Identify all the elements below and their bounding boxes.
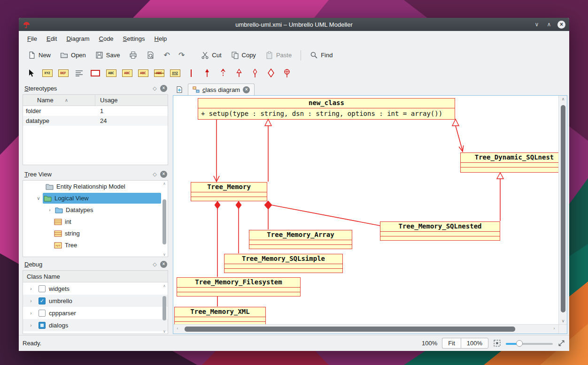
expander-closed-icon[interactable]: › — [27, 311, 35, 316]
paste-button[interactable]: Paste — [262, 49, 295, 61]
scroll-up-icon[interactable]: ∧ — [559, 97, 567, 101]
tree-scrollbar-handle[interactable] — [162, 199, 166, 244]
tree-item-tree[interactable]: xyz Tree — [23, 239, 168, 251]
tree-item-int[interactable]: int — [23, 216, 168, 228]
note-tool[interactable]: ABC — [105, 67, 117, 79]
slider-handle[interactable] — [516, 340, 523, 347]
directed-association-tool[interactable] — [201, 67, 213, 79]
expand-view-icon[interactable] — [557, 339, 565, 347]
scroll-down-icon[interactable]: ∨ — [162, 252, 167, 257]
dependency-tool[interactable] — [217, 67, 229, 79]
object-tool[interactable]: XYZ — [169, 67, 181, 79]
close-icon[interactable]: × — [557, 21, 565, 29]
scroll-left-icon[interactable]: ‹ — [173, 326, 182, 331]
tree-scrollbar[interactable]: ∧ ∨ — [162, 182, 167, 257]
find-button[interactable]: Find — [307, 49, 336, 61]
diagram-viewport[interactable]: new_class + setup(type : string, dsn : s… — [173, 96, 558, 324]
stereotype-row-datatype[interactable]: datatype 24 — [23, 116, 168, 126]
uml-class-tree-memory-array[interactable]: Tree_Memory_Array — [249, 230, 352, 249]
containment-tool[interactable] — [281, 67, 293, 79]
close-dock-icon[interactable]: × — [160, 261, 167, 268]
uml-class-tree-memory[interactable]: Tree_Memory — [191, 182, 267, 201]
class-tool[interactable]: XYZ — [41, 67, 53, 79]
widgets-checkbox[interactable] — [39, 285, 46, 292]
datatype-tool[interactable]: ABC — [137, 67, 149, 79]
box-tool[interactable] — [89, 67, 101, 79]
menu-file[interactable]: File — [23, 33, 42, 45]
vertical-scrollbar-handle[interactable] — [561, 105, 565, 312]
debug-scrollbar[interactable]: ∧ ∨ — [162, 284, 167, 334]
column-header-name[interactable]: Name ∧ — [23, 95, 95, 106]
interface-tool[interactable]: DEF — [57, 67, 69, 79]
float-dock-icon[interactable]: ◇ — [151, 171, 158, 177]
debug-scrollbar-handle[interactable] — [162, 296, 166, 320]
scroll-right-icon[interactable]: › — [550, 326, 558, 331]
zoom-100-button[interactable]: 100% — [461, 338, 488, 349]
generalization-tool[interactable] — [233, 67, 245, 79]
menu-diagram[interactable]: Diagram — [62, 33, 94, 45]
shade-icon[interactable]: ∨ — [533, 21, 541, 28]
debug-row-cppparser[interactable]: › cppparser — [23, 307, 168, 319]
association-tool[interactable] — [185, 67, 197, 79]
undo-button[interactable]: ↶ — [161, 50, 172, 61]
close-dock-icon[interactable]: × — [160, 85, 167, 92]
horizontal-scrollbar-handle[interactable] — [185, 327, 515, 332]
expander-closed-icon[interactable]: › — [27, 298, 35, 304]
debug-row-widgets[interactable]: › widgets — [23, 282, 168, 295]
canvas-vertical-scrollbar[interactable]: ∧ ∨ — [558, 96, 567, 324]
menu-edit[interactable]: Edit — [42, 33, 62, 45]
float-dock-icon[interactable]: ◇ — [151, 85, 158, 91]
expander-closed-icon[interactable]: › — [27, 323, 35, 328]
titlebar[interactable]: umbrello-uml.xmi – Umbrello UML Modeller… — [19, 18, 569, 31]
scroll-up-icon[interactable]: ∧ — [162, 284, 167, 288]
tree-view-dock-titlebar[interactable]: Tree View ◇ × — [22, 169, 170, 179]
tree-item-logical-view[interactable]: ∨ Logical View — [23, 192, 168, 204]
tree-item-entity-relationship-model[interactable]: Entity Relationship Model — [23, 181, 168, 192]
debug-dock-titlebar[interactable]: Debug ◇ × — [22, 259, 170, 269]
expander-open-icon[interactable]: ∨ — [34, 196, 43, 201]
menu-code[interactable]: Code — [94, 33, 118, 45]
composition-tool[interactable] — [265, 67, 277, 79]
uml-class-tree-memory-filesystem[interactable]: Tree_Memory_Filesystem — [177, 277, 301, 297]
tab-close-icon[interactable]: × — [243, 86, 250, 93]
umbrello-checkbox[interactable]: ✓ — [39, 297, 46, 304]
expander-closed-icon[interactable]: › — [27, 286, 35, 291]
uml-class-new-class[interactable]: new_class + setup(type : string, dsn : s… — [198, 98, 455, 120]
aggregation-tool[interactable] — [249, 67, 261, 79]
select-tool[interactable] — [25, 67, 37, 79]
new-button[interactable]: New — [24, 49, 54, 61]
uml-class-tree-memory-xml[interactable]: Tree_Memory_XML — [174, 307, 266, 324]
save-button[interactable]: Save — [92, 49, 124, 61]
menu-help[interactable]: Help — [150, 33, 172, 45]
enum-tool[interactable]: ABC — [153, 67, 165, 79]
close-dock-icon[interactable]: × — [160, 171, 167, 178]
maximize-icon[interactable]: ∧ — [545, 21, 553, 28]
scroll-down-icon[interactable]: ∨ — [162, 329, 167, 334]
debug-row-dialogs[interactable]: › dialogs — [23, 319, 168, 331]
print-button[interactable] — [126, 49, 140, 61]
new-tab-button[interactable] — [175, 85, 184, 94]
expander-closed-icon[interactable]: › — [46, 207, 54, 213]
debug-row-umbrello[interactable]: › ✓ umbrello — [23, 295, 168, 307]
uml-class-tree-memory-sqlnested[interactable]: Tree_Memory_SQLnested — [380, 221, 500, 241]
stereotype-row-folder[interactable]: folder 1 — [23, 106, 168, 116]
zoom-slider[interactable] — [506, 340, 553, 347]
redo-button[interactable]: ↷ — [176, 50, 187, 61]
dialogs-checkbox[interactable] — [39, 322, 46, 329]
cppparser-checkbox[interactable] — [39, 310, 46, 317]
fit-button[interactable]: Fit — [442, 338, 460, 349]
uml-class-tree-dynamic-sqlnest[interactable]: Tree_Dynamic_SQLnest — [460, 152, 558, 173]
scroll-down-icon[interactable]: ∨ — [559, 319, 567, 323]
text-tool[interactable] — [73, 67, 85, 79]
stereotypes-dock-titlebar[interactable]: Stereotypes ◇ × — [22, 83, 170, 93]
canvas-horizontal-scrollbar[interactable]: ‹ › — [173, 324, 558, 334]
menu-settings[interactable]: Settings — [118, 33, 150, 45]
copy-button[interactable]: Copy — [228, 49, 259, 61]
uml-class-tree-memory-sqlsimple[interactable]: Tree_Memory_SQLsimple — [224, 254, 343, 273]
float-dock-icon[interactable]: ◇ — [151, 261, 158, 267]
tree-item-datatypes[interactable]: › Datatypes — [23, 204, 168, 216]
print-preview-button[interactable] — [143, 49, 158, 61]
scroll-up-icon[interactable]: ∧ — [162, 182, 167, 186]
zoom-fit-page-icon[interactable] — [493, 339, 501, 347]
label-tool[interactable]: ABC — [121, 67, 133, 79]
